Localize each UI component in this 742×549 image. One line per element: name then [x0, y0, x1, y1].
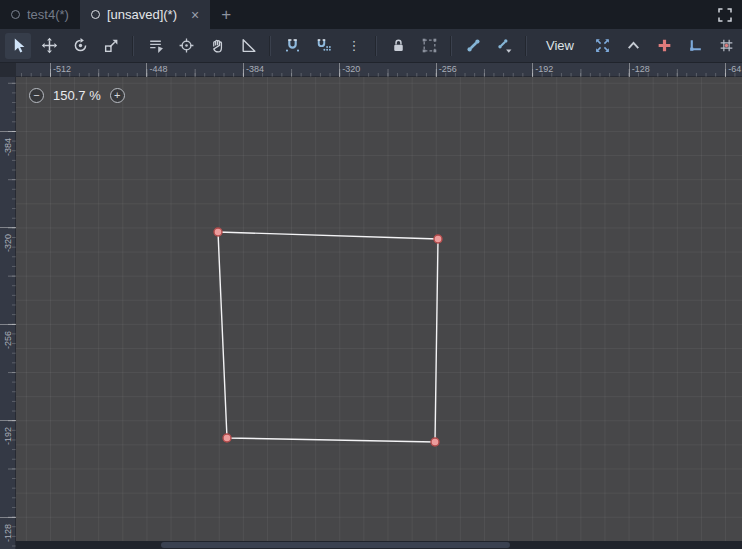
ruler-label: -192 [535, 64, 553, 74]
ruler-label: -384 [246, 64, 264, 74]
ruler-major-tick [339, 63, 340, 77]
zoom-out-button[interactable]: − [29, 88, 44, 103]
ruler-major-tick [0, 324, 16, 325]
change-pivot-button[interactable] [173, 33, 199, 59]
group-selected-button[interactable] [416, 33, 442, 59]
pan-mode-button[interactable] [204, 33, 230, 59]
zoom-percent-button[interactable]: 150.7 % [53, 88, 101, 103]
ruler-label: -128 [3, 524, 13, 542]
ruler-major-tick [629, 63, 630, 77]
zoom-controls: − 150.7 % + [29, 88, 125, 103]
toolbar-separator [450, 36, 452, 56]
distraction-free-button[interactable] [708, 0, 742, 29]
canvas-viewport[interactable]: − 150.7 % + [16, 77, 742, 549]
ruler-major-tick [0, 420, 16, 421]
lock-selected-button[interactable] [385, 33, 411, 59]
ruler-major-tick [0, 517, 16, 518]
center-view-button[interactable] [590, 33, 616, 59]
smart-snap-button[interactable] [279, 33, 305, 59]
center-view-icon [594, 37, 611, 54]
ruler-mode-button[interactable] [235, 33, 261, 59]
ruler-label: -320 [3, 234, 13, 252]
chevron-up-icon [625, 37, 642, 54]
polygon-edit-tools [590, 33, 742, 59]
rotate-mode-button[interactable] [67, 33, 93, 59]
ruler-major-tick [0, 131, 16, 132]
polygon-vertex-handle[interactable] [434, 235, 442, 243]
toolbar-separator [269, 36, 271, 56]
tab-label: [unsaved](*) [107, 7, 177, 22]
ruler-major-tick [243, 63, 244, 77]
polygon-vertex-handle[interactable] [223, 434, 231, 442]
ruler-label: -256 [439, 64, 457, 74]
ruler-label: -192 [3, 427, 13, 445]
godot-2d-editor-window: test4(*) [unsaved](*) × + [0, 0, 742, 549]
snapping-options-button[interactable]: ⋮ [341, 33, 367, 59]
ruler-major-tick [0, 227, 16, 228]
add-point-cross-icon [656, 37, 673, 54]
ruler-label: -384 [3, 138, 13, 156]
polygon-vertex-handle[interactable] [214, 228, 222, 236]
select-mode-button[interactable] [5, 33, 31, 59]
node-circle-icon [91, 10, 100, 19]
ruler-label: -320 [342, 64, 360, 74]
grid-snap-magnet-icon [315, 37, 332, 54]
bone-icon [465, 37, 482, 54]
polygon-outline [218, 232, 438, 442]
move-arrows-icon [41, 37, 58, 54]
polygon-layer [16, 77, 742, 549]
ruler-major-tick [532, 63, 533, 77]
pan-hand-icon [209, 37, 226, 54]
scrollbar-handle[interactable] [161, 542, 509, 548]
ruler-label: -64 [728, 64, 741, 74]
ruler-major-tick [725, 63, 726, 77]
group-icon [421, 37, 438, 54]
ruler-major-tick [436, 63, 437, 77]
toolbar-separator [132, 36, 134, 56]
add-scene-tab-button[interactable]: + [210, 0, 242, 29]
collapse-toolbar-button[interactable] [621, 33, 647, 59]
ruler-major-tick [146, 63, 147, 77]
scale-icon [103, 37, 120, 54]
close-tab-icon[interactable]: × [191, 8, 199, 22]
skeleton-options-icon [496, 37, 513, 54]
move-mode-button[interactable] [36, 33, 62, 59]
ruler-horizontal: -512-448-384-320-256-192-128-64 [16, 63, 742, 77]
smart-snap-magnet-icon [284, 37, 301, 54]
list-select-icon [147, 37, 164, 54]
polygon-vertex-handle[interactable] [431, 438, 439, 446]
scene-tab-unsaved[interactable]: [unsaved](*) × [80, 0, 210, 29]
ruler-triangle-icon [240, 37, 257, 54]
edit-corner-button[interactable] [683, 33, 709, 59]
ruler-label: -448 [149, 64, 167, 74]
toolbar-separator [375, 36, 377, 56]
skeleton-bone-button[interactable] [460, 33, 486, 59]
ruler-label: -128 [632, 64, 650, 74]
zoom-in-button[interactable]: + [110, 88, 125, 103]
expand-corners-icon [717, 7, 733, 23]
lock-icon [390, 37, 407, 54]
ruler-label: -512 [53, 64, 71, 74]
add-point-button[interactable] [652, 33, 678, 59]
scene-tab-test4[interactable]: test4(*) [0, 0, 80, 29]
view-menu-button[interactable]: View [535, 33, 585, 59]
corner-bracket-icon [687, 37, 704, 54]
ruler-vertical: -384-320-256-192-128 [0, 77, 16, 549]
scale-mode-button[interactable] [98, 33, 124, 59]
skeleton-options-button[interactable] [491, 33, 517, 59]
grid-icon [718, 37, 735, 54]
canvas-toolbar: ⋮ [0, 29, 742, 63]
vertical-dots-icon: ⋮ [348, 39, 361, 52]
horizontal-scrollbar[interactable] [16, 541, 742, 549]
rotate-icon [72, 37, 89, 54]
ruler-corner [0, 63, 16, 77]
node-circle-icon [11, 10, 20, 19]
ruler-label: -256 [3, 331, 13, 349]
scene-tab-bar: test4(*) [unsaved](*) × + [0, 0, 742, 29]
select-cursor-icon [10, 37, 27, 54]
list-select-button[interactable] [142, 33, 168, 59]
grid-config-button[interactable] [714, 33, 740, 59]
ruler-major-tick [50, 63, 51, 77]
pivot-crosshair-icon [178, 37, 195, 54]
grid-snap-button[interactable] [310, 33, 336, 59]
